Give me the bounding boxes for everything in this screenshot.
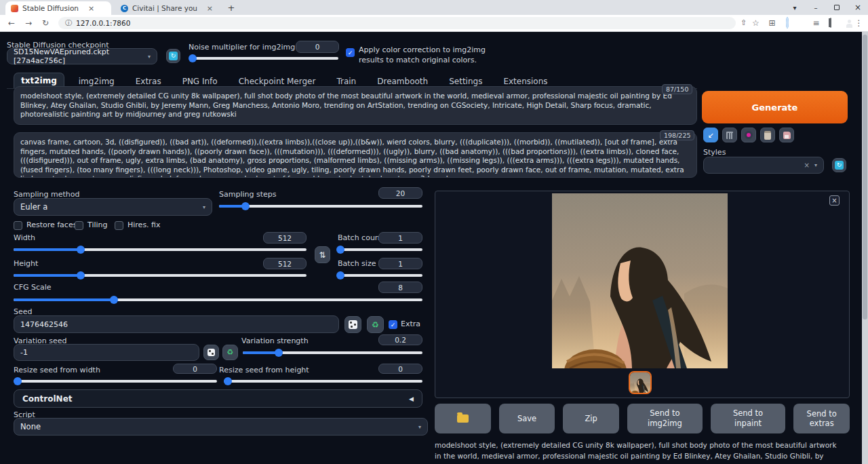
save-button[interactable]: Save: [499, 404, 555, 433]
zip-button[interactable]: Zip: [563, 404, 619, 433]
tab-close-icon[interactable]: ×: [88, 4, 94, 13]
stable-diffusion-favicon: [11, 5, 18, 12]
address-bar[interactable]: ⓘ 127.0.0.1:7860: [58, 17, 736, 29]
scrollbar-thumb[interactable]: [863, 35, 867, 320]
batch-size-input[interactable]: 1: [378, 258, 422, 269]
send-to-img2img-button[interactable]: Send to img2img: [627, 404, 703, 433]
browser-tab-stable-diffusion[interactable]: Stable Diffusion ×: [5, 1, 111, 15]
extension-blue-icon[interactable]: [781, 18, 793, 29]
window-chevron-icon[interactable]: ▾: [785, 0, 804, 15]
reading-list-icon[interactable]: ≡: [810, 18, 822, 29]
extension-grid-icon[interactable]: ⊞: [766, 18, 778, 29]
new-tab-button[interactable]: +: [225, 2, 237, 14]
open-folder-button[interactable]: [435, 404, 491, 433]
chevron-down-icon: ▾: [203, 204, 205, 210]
site-info-icon[interactable]: ⓘ: [65, 18, 72, 28]
page-scrollbar[interactable]: [862, 32, 868, 464]
height-input[interactable]: 512: [263, 258, 307, 269]
trash-icon: [726, 132, 733, 139]
tab-title: Civitai | Share your models: [132, 4, 197, 12]
tiling-checkbox[interactable]: [75, 221, 83, 230]
batch-count-slider[interactable]: [338, 245, 422, 254]
civitai-favicon: C: [121, 5, 128, 12]
variation-seed-input[interactable]: -1: [14, 344, 199, 361]
sampling-method-value: Euler a: [20, 202, 47, 212]
random-seed-button[interactable]: [344, 316, 361, 333]
stable-diffusion-webui: Stable Diffusion checkpoint SD15NewVAEpr…: [0, 32, 868, 464]
url-text: 127.0.0.1:7860: [76, 19, 130, 27]
extra-seed-checkbox[interactable]: ✓: [389, 320, 397, 329]
cfg-scale-slider[interactable]: [14, 295, 422, 304]
generate-button[interactable]: Generate: [702, 91, 848, 123]
share-icon[interactable]: ⇧: [738, 18, 749, 29]
resize-seed-height-input[interactable]: 0: [378, 364, 422, 374]
resize-seed-width-input[interactable]: 0: [173, 364, 217, 374]
palette-icon: [745, 131, 753, 139]
output-gallery: ×: [435, 191, 850, 398]
bookmark-star-icon[interactable]: ☆: [750, 18, 762, 29]
browser-menu-icon[interactable]: ⋮: [853, 18, 865, 29]
send-to-extras-button[interactable]: Send to extras: [793, 404, 850, 433]
gallery-thumbnail[interactable]: [629, 371, 652, 394]
close-gallery-button[interactable]: ×: [829, 195, 840, 206]
variation-strength-input[interactable]: 0.2: [378, 334, 422, 345]
restore-faces-label: Restore faces: [26, 220, 77, 229]
sampling-steps-slider[interactable]: [219, 201, 422, 210]
window-restore-button[interactable]: [827, 0, 846, 15]
recycle-icon: ♻: [227, 348, 234, 357]
variation-random-seed-button[interactable]: [203, 345, 219, 360]
generated-image[interactable]: [552, 193, 728, 368]
extensions-puzzle-icon[interactable]: [796, 18, 808, 29]
screen: Stable Diffusion × C Civitai | Share you…: [0, 0, 868, 464]
negative-prompt-textarea[interactable]: canvas frame, cartoon, 3d, ((disfigured)…: [14, 132, 697, 178]
noise-multiplier-slider[interactable]: [190, 54, 338, 62]
controlnet-accordion[interactable]: ControlNet ◀: [14, 389, 422, 408]
clear-prompt-button[interactable]: [722, 128, 737, 142]
window-minimize-button[interactable]: –: [806, 0, 825, 15]
apply-style-button[interactable]: [760, 128, 775, 142]
batch-count-label: Batch count: [338, 233, 382, 242]
styles-label: Styles: [703, 148, 726, 157]
height-slider[interactable]: [14, 271, 307, 279]
script-dropdown[interactable]: None ▾: [14, 418, 428, 436]
hires-fix-checkbox[interactable]: [115, 221, 123, 230]
clear-styles-icon[interactable]: ×: [804, 161, 810, 169]
window-close-button[interactable]: ×: [848, 0, 867, 15]
color-correction-checkbox[interactable]: ✓: [346, 48, 355, 57]
profile-avatar[interactable]: [839, 18, 850, 29]
reload-icon[interactable]: ↻: [39, 17, 52, 29]
cfg-scale-input[interactable]: 8: [378, 282, 422, 293]
recycle-icon: ♻: [372, 320, 379, 330]
read-parameters-button[interactable]: ↙: [703, 128, 718, 142]
save-style-button[interactable]: [779, 128, 794, 142]
resize-seed-width-slider[interactable]: [14, 376, 217, 385]
back-icon[interactable]: ←: [5, 17, 18, 29]
styles-dropdown[interactable]: × ▾: [703, 157, 824, 174]
side-panel-icon[interactable]: [825, 18, 836, 29]
send-to-inpaint-button[interactable]: Send to inpaint: [711, 404, 786, 433]
variation-strength-slider[interactable]: [243, 348, 422, 357]
sampling-method-dropdown[interactable]: Euler a ▾: [14, 198, 212, 216]
width-slider[interactable]: [14, 245, 307, 254]
color-correction-label: Apply color correction to img2img result…: [359, 45, 505, 65]
browser-tab-civitai[interactable]: C Civitai | Share your models ×: [115, 1, 218, 15]
restore-faces-checkbox[interactable]: [14, 221, 22, 230]
noise-multiplier-input[interactable]: 0: [296, 41, 339, 53]
batch-size-slider[interactable]: [338, 271, 422, 279]
sampling-steps-input[interactable]: 20: [378, 187, 422, 199]
width-input[interactable]: 512: [263, 232, 307, 244]
tab-close-icon[interactable]: ×: [207, 4, 213, 13]
variation-reuse-seed-button[interactable]: ♻: [222, 345, 238, 360]
prompt-tools: ↙: [703, 128, 794, 142]
resize-seed-height-slider[interactable]: [224, 376, 422, 385]
swap-dimensions-button[interactable]: ⇅: [315, 246, 330, 263]
batch-count-input[interactable]: 1: [378, 232, 422, 244]
seed-input[interactable]: 1476462546: [14, 315, 339, 333]
checkpoint-dropdown[interactable]: SD15NewVAEpruned.ckpt [27a4ac756c] ▾: [7, 48, 157, 64]
styles-palette-button[interactable]: [741, 128, 756, 142]
prompt-textarea[interactable]: modelshoot style, (extremely detailed CG…: [14, 86, 697, 125]
styles-refresh-button[interactable]: ↻: [832, 158, 846, 172]
checkpoint-refresh-button[interactable]: ↻: [166, 49, 180, 63]
forward-icon[interactable]: →: [22, 17, 35, 29]
reuse-seed-button[interactable]: ♻: [367, 316, 384, 333]
